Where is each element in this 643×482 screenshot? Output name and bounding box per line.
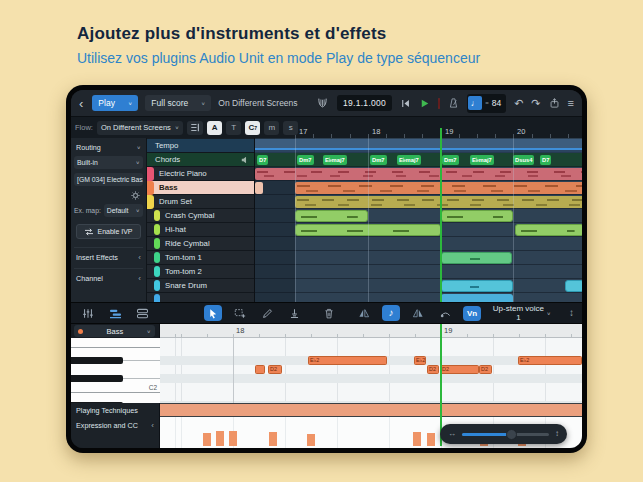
share-button[interactable] bbox=[549, 97, 560, 109]
lane-hi-hat[interactable] bbox=[255, 223, 582, 237]
chord-symbols-toggle[interactable]: C7 bbox=[245, 121, 260, 135]
undo-button[interactable]: ↶ bbox=[514, 98, 523, 109]
patch-dropdown[interactable]: [GM 034] Electric Bass...∨ bbox=[74, 173, 143, 186]
insert-effects-section[interactable]: Insert Effects‹ bbox=[74, 247, 143, 266]
track-display-options-icon[interactable] bbox=[187, 121, 203, 135]
velocity-bar[interactable] bbox=[269, 432, 277, 446]
notation-toggle[interactable]: A bbox=[207, 121, 222, 135]
vertical-zoom-icon[interactable]: ↕ bbox=[555, 430, 559, 438]
velocity-bar[interactable] bbox=[203, 433, 211, 446]
voice-selector[interactable]: Up-stem voice 1∨ bbox=[490, 304, 551, 322]
region[interactable] bbox=[295, 210, 368, 222]
region[interactable] bbox=[255, 168, 582, 180]
routing-section-header[interactable]: Routing∨ bbox=[74, 141, 143, 156]
menu-button[interactable]: ≡ bbox=[568, 98, 574, 109]
velocity-bar[interactable] bbox=[216, 431, 224, 446]
piano-key[interactable]: C2 bbox=[71, 383, 160, 392]
velocity-bar[interactable] bbox=[427, 433, 435, 446]
piano-key[interactable] bbox=[71, 356, 160, 365]
split-view-button[interactable] bbox=[133, 305, 151, 321]
piano-roll[interactable]: D2E♭2E♭2D2D2D2E♭2 bbox=[160, 338, 582, 403]
playhead-sequencer[interactable] bbox=[440, 128, 442, 302]
zoom-slider[interactable] bbox=[462, 433, 549, 436]
track-row-chords[interactable]: Chords bbox=[147, 153, 254, 167]
expression-map-dropdown[interactable]: Default∨ bbox=[104, 204, 143, 217]
redo-button[interactable]: ↷ bbox=[531, 98, 540, 109]
solo-button[interactable]: s bbox=[283, 121, 298, 135]
panel-resize-handle[interactable]: ↕ bbox=[569, 308, 574, 318]
chord-chip[interactable]: E♭maj7 bbox=[323, 155, 347, 165]
midi-note[interactable]: D2 bbox=[427, 365, 439, 374]
lane-tom-tom-1[interactable] bbox=[255, 251, 582, 265]
expression-header[interactable]: Expression and CC‹ bbox=[71, 417, 160, 448]
midi-note[interactable]: E♭2 bbox=[518, 356, 582, 365]
piano-key[interactable] bbox=[71, 365, 160, 374]
midi-note[interactable]: E♭2 bbox=[308, 356, 387, 365]
sequencer-ruler[interactable]: 17181920 bbox=[255, 117, 582, 138]
go-to-start-button[interactable] bbox=[400, 98, 411, 109]
mode-selector[interactable]: Play∨ bbox=[92, 95, 138, 111]
horizontal-zoom-icon[interactable]: ↔ bbox=[448, 430, 456, 438]
chord-chip[interactable]: Dm7 bbox=[297, 155, 314, 165]
region[interactable] bbox=[295, 196, 582, 208]
track-row-tom-tom-2[interactable]: Tom-tom 2 bbox=[147, 265, 254, 279]
track-row-partial[interactable] bbox=[147, 293, 254, 302]
track-row-tom-tom-1[interactable]: Tom-tom 1 bbox=[147, 251, 254, 265]
key-editor-ruler[interactable]: 1819 bbox=[160, 324, 582, 338]
midi-note[interactable]: D2 bbox=[479, 365, 492, 374]
lane-snare-drum[interactable] bbox=[255, 279, 582, 293]
key-editor-track-selector[interactable]: Bass ∨ bbox=[74, 325, 155, 337]
tie-tool-button[interactable] bbox=[436, 305, 454, 321]
track-row-drum-set[interactable]: Drum Set bbox=[147, 195, 254, 209]
playing-techniques-lane[interactable] bbox=[160, 403, 582, 417]
mute-button[interactable]: m bbox=[264, 121, 279, 135]
lane-crash-cymbal[interactable] bbox=[255, 209, 582, 223]
black-key[interactable] bbox=[71, 357, 123, 364]
mixer-view-button[interactable] bbox=[79, 305, 97, 321]
track-row-crash-cymbal[interactable]: Crash Cymbal bbox=[147, 209, 254, 223]
metronome-button[interactable] bbox=[448, 97, 459, 109]
record-button[interactable] bbox=[438, 99, 440, 108]
region[interactable] bbox=[295, 182, 582, 194]
enable-ivp-button[interactable]: Enable IVP bbox=[76, 224, 141, 239]
lane-drum-set[interactable] bbox=[255, 195, 582, 209]
midi-note[interactable] bbox=[255, 365, 265, 374]
voice-badge[interactable]: Vn bbox=[463, 306, 481, 321]
lane-bass[interactable] bbox=[255, 181, 582, 195]
notated-durations-button[interactable]: ♪ bbox=[382, 305, 400, 321]
region[interactable] bbox=[255, 182, 263, 194]
text-toggle[interactable]: T bbox=[226, 121, 241, 135]
chord-chip[interactable]: D7 bbox=[540, 155, 551, 165]
marquee-tool-button[interactable] bbox=[231, 305, 249, 321]
region[interactable] bbox=[565, 280, 582, 292]
region[interactable] bbox=[441, 210, 513, 222]
chord-chip[interactable]: E♭maj7 bbox=[397, 155, 421, 165]
flow-selector[interactable]: On Different Screens∨ bbox=[97, 121, 183, 135]
region[interactable] bbox=[441, 252, 512, 264]
lane-partial[interactable] bbox=[255, 293, 582, 302]
chord-chip[interactable]: Dm7 bbox=[370, 155, 387, 165]
midi-note[interactable]: E♭2 bbox=[414, 356, 426, 365]
midi-note[interactable]: D2 bbox=[440, 365, 479, 374]
zoom-slider-knob[interactable] bbox=[506, 429, 517, 440]
chord-chip[interactable]: D7 bbox=[257, 155, 268, 165]
piano-roll-view-button[interactable] bbox=[106, 305, 124, 321]
velocity-display-button[interactable] bbox=[409, 305, 427, 321]
track-row-bass[interactable]: Bass bbox=[147, 181, 254, 195]
piano-key[interactable] bbox=[71, 347, 160, 356]
velocity-bar[interactable] bbox=[229, 431, 237, 446]
speaker-icon[interactable] bbox=[241, 156, 249, 164]
chord-chip[interactable]: Dm7 bbox=[442, 155, 459, 165]
track-row-snare-drum[interactable]: Snare Drum bbox=[147, 279, 254, 293]
insert-tool-button[interactable] bbox=[285, 305, 303, 321]
track-row-tempo[interactable]: Tempo bbox=[147, 139, 254, 153]
chord-chip[interactable]: E♭maj7 bbox=[470, 155, 494, 165]
tempo-curve[interactable] bbox=[255, 148, 582, 150]
track-row-electric-piano[interactable]: Electric Piano bbox=[147, 167, 254, 181]
draw-tool-button[interactable] bbox=[258, 305, 276, 321]
midi-note[interactable]: D2 bbox=[268, 365, 282, 374]
region[interactable] bbox=[441, 280, 513, 292]
black-key[interactable] bbox=[71, 375, 123, 382]
velocity-bar[interactable] bbox=[307, 434, 315, 446]
lane-ride-cymbal[interactable] bbox=[255, 237, 582, 251]
